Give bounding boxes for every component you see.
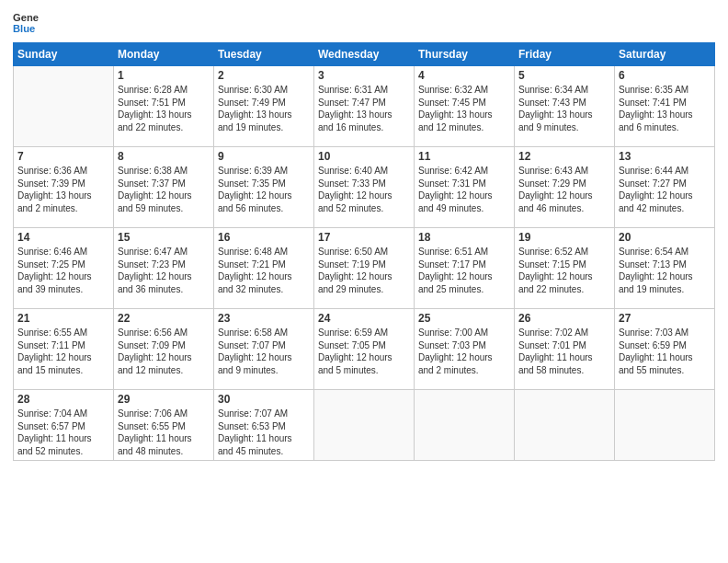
daylight-text: Daylight: 12 hours and 19 minutes. bbox=[619, 271, 693, 294]
daylight-text: Daylight: 11 hours and 48 minutes. bbox=[118, 433, 192, 456]
page: General Blue SundayMondayTuesdayWednesda… bbox=[0, 0, 728, 563]
sunrise-text: Sunrise: 6:43 AM bbox=[518, 166, 588, 176]
day-number: 28 bbox=[17, 393, 109, 406]
day-number: 9 bbox=[218, 150, 310, 163]
day-number: 6 bbox=[619, 69, 711, 82]
sunset-text: Sunset: 7:09 PM bbox=[118, 340, 186, 350]
calendar-cell: 13Sunrise: 6:44 AMSunset: 7:27 PMDayligh… bbox=[615, 147, 715, 228]
sun-info: Sunrise: 6:58 AMSunset: 7:07 PMDaylight:… bbox=[218, 327, 310, 376]
logo-icon: General Blue bbox=[13, 9, 39, 35]
daylight-text: Daylight: 12 hours and 42 minutes. bbox=[619, 190, 693, 213]
sunset-text: Sunset: 7:21 PM bbox=[218, 259, 286, 270]
calendar-cell: 12Sunrise: 6:43 AMSunset: 7:29 PMDayligh… bbox=[515, 147, 615, 228]
day-number: 24 bbox=[318, 312, 410, 325]
daylight-text: Daylight: 13 hours and 12 minutes. bbox=[418, 109, 493, 132]
calendar-cell: 16Sunrise: 6:48 AMSunset: 7:21 PMDayligh… bbox=[214, 228, 314, 309]
daylight-text: Daylight: 12 hours and 22 minutes. bbox=[518, 271, 593, 294]
week-row-1: 1Sunrise: 6:28 AMSunset: 7:51 PMDaylight… bbox=[14, 66, 715, 147]
sun-info: Sunrise: 6:32 AMSunset: 7:45 PMDaylight:… bbox=[418, 84, 510, 133]
svg-text:Blue: Blue bbox=[13, 23, 35, 34]
sun-info: Sunrise: 6:44 AMSunset: 7:27 PMDaylight:… bbox=[619, 165, 711, 214]
daylight-text: Daylight: 12 hours and 29 minutes. bbox=[318, 271, 392, 294]
sunrise-text: Sunrise: 7:02 AM bbox=[518, 327, 588, 338]
calendar-cell: 6Sunrise: 6:35 AMSunset: 7:41 PMDaylight… bbox=[615, 66, 715, 147]
sunrise-text: Sunrise: 6:38 AM bbox=[118, 166, 188, 176]
sun-info: Sunrise: 7:07 AMSunset: 6:53 PMDaylight:… bbox=[218, 408, 310, 457]
weekday-tuesday: Tuesday bbox=[214, 43, 314, 66]
day-number: 27 bbox=[619, 312, 711, 325]
sun-info: Sunrise: 6:34 AMSunset: 7:43 PMDaylight:… bbox=[518, 84, 610, 133]
daylight-text: Daylight: 12 hours and 9 minutes. bbox=[218, 352, 292, 375]
day-number: 1 bbox=[118, 69, 210, 82]
day-number: 19 bbox=[518, 231, 610, 244]
sunset-text: Sunset: 7:37 PM bbox=[118, 178, 186, 189]
daylight-text: Daylight: 12 hours and 49 minutes. bbox=[418, 190, 493, 213]
calendar-cell: 21Sunrise: 6:55 AMSunset: 7:11 PMDayligh… bbox=[14, 309, 114, 390]
sunset-text: Sunset: 7:31 PM bbox=[418, 178, 486, 189]
sunset-text: Sunset: 7:45 PM bbox=[418, 98, 486, 108]
day-number: 8 bbox=[118, 150, 210, 163]
day-number: 22 bbox=[118, 312, 210, 325]
sunset-text: Sunset: 7:01 PM bbox=[518, 340, 586, 350]
sun-info: Sunrise: 6:36 AMSunset: 7:39 PMDaylight:… bbox=[17, 165, 109, 214]
sunset-text: Sunset: 7:23 PM bbox=[118, 259, 186, 270]
sunrise-text: Sunrise: 7:00 AM bbox=[418, 327, 488, 338]
daylight-text: Daylight: 11 hours and 58 minutes. bbox=[518, 352, 593, 375]
sunset-text: Sunset: 7:43 PM bbox=[518, 98, 586, 108]
daylight-text: Daylight: 13 hours and 9 minutes. bbox=[518, 109, 593, 132]
sunset-text: Sunset: 7:05 PM bbox=[318, 340, 386, 350]
calendar-cell: 15Sunrise: 6:47 AMSunset: 7:23 PMDayligh… bbox=[114, 228, 214, 309]
weekday-wednesday: Wednesday bbox=[314, 43, 415, 66]
sunset-text: Sunset: 7:17 PM bbox=[418, 259, 486, 270]
daylight-text: Daylight: 12 hours and 39 minutes. bbox=[17, 271, 92, 294]
weekday-sunday: Sunday bbox=[14, 43, 114, 66]
daylight-text: Daylight: 12 hours and 5 minutes. bbox=[318, 352, 392, 375]
sunset-text: Sunset: 6:59 PM bbox=[619, 340, 687, 350]
weekday-header-row: SundayMondayTuesdayWednesdayThursdayFrid… bbox=[14, 43, 715, 66]
sun-info: Sunrise: 6:39 AMSunset: 7:35 PMDaylight:… bbox=[218, 165, 310, 214]
daylight-text: Daylight: 12 hours and 2 minutes. bbox=[418, 352, 493, 375]
day-number: 10 bbox=[318, 150, 410, 163]
sun-info: Sunrise: 6:43 AMSunset: 7:29 PMDaylight:… bbox=[518, 165, 610, 214]
daylight-text: Daylight: 12 hours and 12 minutes. bbox=[118, 352, 192, 375]
day-number: 21 bbox=[17, 312, 109, 325]
sunrise-text: Sunrise: 6:55 AM bbox=[17, 327, 87, 338]
calendar-cell: 22Sunrise: 6:56 AMSunset: 7:09 PMDayligh… bbox=[114, 309, 214, 390]
calendar-cell: 24Sunrise: 6:59 AMSunset: 7:05 PMDayligh… bbox=[314, 309, 415, 390]
sunrise-text: Sunrise: 6:59 AM bbox=[318, 327, 388, 338]
sunrise-text: Sunrise: 6:54 AM bbox=[619, 247, 688, 257]
sunset-text: Sunset: 7:49 PM bbox=[218, 98, 286, 108]
sunset-text: Sunset: 6:53 PM bbox=[218, 421, 286, 431]
sunset-text: Sunset: 6:55 PM bbox=[118, 421, 186, 431]
sunset-text: Sunset: 6:57 PM bbox=[17, 421, 85, 431]
day-number: 2 bbox=[218, 69, 310, 82]
sun-info: Sunrise: 7:00 AMSunset: 7:03 PMDaylight:… bbox=[418, 327, 510, 376]
calendar-cell: 27Sunrise: 7:03 AMSunset: 6:59 PMDayligh… bbox=[615, 309, 715, 390]
sunrise-text: Sunrise: 6:46 AM bbox=[17, 247, 87, 257]
sun-info: Sunrise: 6:35 AMSunset: 7:41 PMDaylight:… bbox=[619, 84, 711, 133]
sunrise-text: Sunrise: 6:48 AM bbox=[218, 247, 288, 257]
calendar-cell: 3Sunrise: 6:31 AMSunset: 7:47 PMDaylight… bbox=[314, 66, 415, 147]
calendar-cell: 14Sunrise: 6:46 AMSunset: 7:25 PMDayligh… bbox=[14, 228, 114, 309]
sunrise-text: Sunrise: 6:52 AM bbox=[518, 247, 588, 257]
sunset-text: Sunset: 7:07 PM bbox=[218, 340, 286, 350]
sunrise-text: Sunrise: 6:30 AM bbox=[218, 85, 288, 95]
calendar-cell: 29Sunrise: 7:06 AMSunset: 6:55 PMDayligh… bbox=[114, 390, 214, 461]
sun-info: Sunrise: 6:30 AMSunset: 7:49 PMDaylight:… bbox=[218, 84, 310, 133]
sun-info: Sunrise: 6:52 AMSunset: 7:15 PMDaylight:… bbox=[518, 246, 610, 295]
sun-info: Sunrise: 6:38 AMSunset: 7:37 PMDaylight:… bbox=[118, 165, 210, 214]
sunrise-text: Sunrise: 7:07 AM bbox=[218, 408, 288, 419]
daylight-text: Daylight: 12 hours and 32 minutes. bbox=[218, 271, 292, 294]
calendar-cell: 30Sunrise: 7:07 AMSunset: 6:53 PMDayligh… bbox=[214, 390, 314, 461]
daylight-text: Daylight: 13 hours and 2 minutes. bbox=[17, 190, 92, 213]
daylight-text: Daylight: 11 hours and 55 minutes. bbox=[619, 352, 693, 375]
sun-info: Sunrise: 6:42 AMSunset: 7:31 PMDaylight:… bbox=[418, 165, 510, 214]
sunset-text: Sunset: 7:35 PM bbox=[218, 178, 286, 189]
sun-info: Sunrise: 6:28 AMSunset: 7:51 PMDaylight:… bbox=[118, 84, 210, 133]
sunrise-text: Sunrise: 6:28 AM bbox=[118, 85, 188, 95]
daylight-text: Daylight: 13 hours and 16 minutes. bbox=[318, 109, 392, 132]
day-number: 12 bbox=[518, 150, 610, 163]
sunrise-text: Sunrise: 6:34 AM bbox=[518, 85, 588, 95]
daylight-text: Daylight: 11 hours and 52 minutes. bbox=[17, 433, 92, 456]
logo: General Blue bbox=[13, 9, 44, 35]
